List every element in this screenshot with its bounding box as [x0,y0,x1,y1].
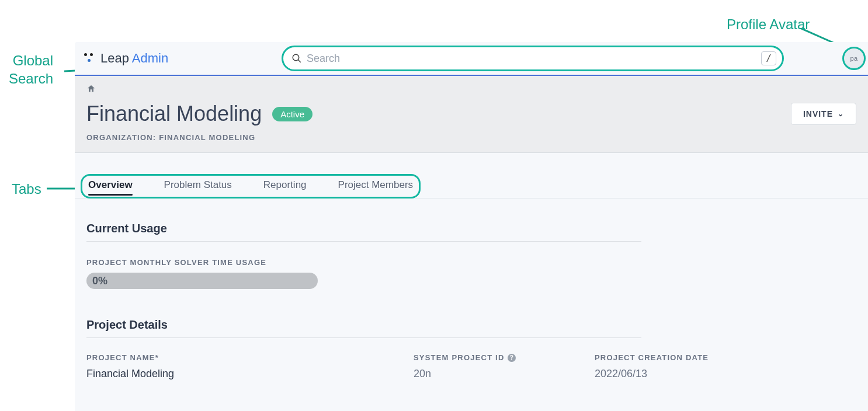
page-title: Financial Modeling [86,102,262,126]
label-system-id: SYSTEM PROJECT ID ? [414,353,560,362]
chevron-down-icon: ⌄ [838,110,844,118]
value-creation-date: 2022/06/13 [595,368,741,380]
detail-col-system-id: SYSTEM PROJECT ID ? 20n [414,353,560,380]
value-system-id: 20n [414,368,560,380]
global-search[interactable]: / [282,46,784,71]
tab-reporting[interactable]: Reporting [263,177,307,196]
avatar[interactable]: pa [842,47,866,70]
search-input[interactable] [302,53,761,65]
usage-metric-label: PROJECT MONTHLY SOLVER TIME USAGE [86,258,641,267]
invite-label: INVITE [803,109,833,119]
usage-progress-bar: 0% [86,273,318,289]
help-icon[interactable]: ? [508,354,516,362]
brand-logo-icon [84,53,95,64]
tab-overview[interactable]: Overview [88,177,133,196]
tabs-container: Overview Problem Status Reporting Projec… [75,153,868,198]
details-grid: PROJECT NAME* Financial Modeling SYSTEM … [86,353,641,380]
annotation-global-search: Global Search [9,51,53,88]
page-header: Financial Modeling Active INVITE ⌄ ORGAN… [75,76,868,153]
content-area: Current Usage PROJECT MONTHLY SOLVER TIM… [75,198,653,403]
detail-col-project-name: PROJECT NAME* Financial Modeling [86,353,379,380]
title-row: Financial Modeling Active INVITE ⌄ [86,102,856,126]
status-badge: Active [272,107,313,121]
topbar: Leap Admin / pa [75,42,868,75]
tabs-highlight-box: Overview Problem Status Reporting Projec… [81,174,421,198]
tab-project-members[interactable]: Project Members [338,177,413,196]
usage-percent: 0% [92,275,107,287]
svg-point-3 [293,54,299,61]
section-title-details: Project Details [86,318,641,338]
project-details-section: Project Details PROJECT NAME* Financial … [86,318,641,380]
brand-text[interactable]: Leap Admin [100,51,168,66]
section-title-usage: Current Usage [86,222,641,242]
annotation-tabs: Tabs [12,181,41,197]
search-shortcut-key: / [761,51,776,65]
value-project-name: Financial Modeling [86,368,379,380]
label-creation-date: PROJECT CREATION DATE [595,353,741,362]
home-icon[interactable] [86,84,96,96]
search-icon [291,53,302,64]
invite-button[interactable]: INVITE ⌄ [791,103,856,125]
label-project-name: PROJECT NAME* [86,353,379,362]
app-shell: Leap Admin / pa Financial Modeling Activ… [75,42,868,411]
brand-leap: Leap [100,51,132,65]
annotation-profile-avatar: Profile Avatar [727,16,867,33]
avatar-initials: pa [850,55,857,62]
brand-admin: Admin [132,51,168,65]
svg-line-4 [298,60,301,62]
detail-col-creation-date: PROJECT CREATION DATE 2022/06/13 [595,353,741,380]
organization-line: ORGANIZATION: FINANCIAL MODELING [86,133,856,142]
tab-problem-status[interactable]: Problem Status [164,177,232,196]
